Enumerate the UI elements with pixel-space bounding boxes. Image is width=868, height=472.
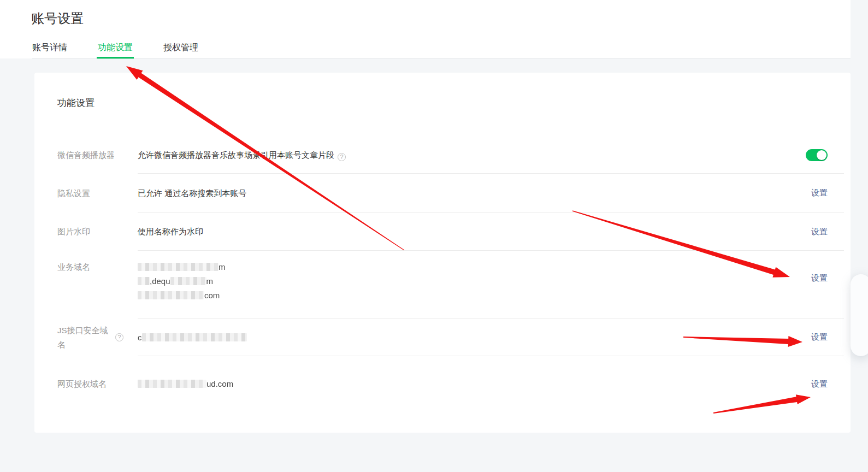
censored-text-fragment: ud.com xyxy=(206,379,233,388)
censored-text-fragment: com xyxy=(204,291,220,300)
help-icon[interactable]: ? xyxy=(338,153,346,161)
page-title: 账号设置 xyxy=(31,10,84,27)
masked-domain: ud.com xyxy=(138,377,233,391)
tab-account-details[interactable]: 账号详情 xyxy=(31,42,68,59)
section-title: 功能设置 xyxy=(57,97,851,110)
webauth-domain-setting-link[interactable]: 设置 xyxy=(811,379,828,388)
masked-domain: ,dequm xyxy=(138,274,226,288)
floating-widget[interactable] xyxy=(851,274,868,356)
privacy-setting-link[interactable]: 设置 xyxy=(811,188,828,197)
row-label: 微信音频播放器 xyxy=(57,148,138,162)
tab-auth-management[interactable]: 授权管理 xyxy=(162,42,199,59)
censored-text-fragment: m xyxy=(206,276,214,286)
row-wechat-audio-player: 微信音频播放器 允许微信音频播放器音乐故事场景引用本账号文章片段? xyxy=(34,137,851,174)
censored-text-fragment: c xyxy=(138,333,142,342)
tab-feature-settings[interactable]: 功能设置 xyxy=(97,42,134,59)
help-icon[interactable]: ? xyxy=(115,333,123,341)
censored-text-fragment: ,dequ xyxy=(150,276,170,286)
censored-block xyxy=(138,380,206,388)
row-text: 允许微信音频播放器音乐故事场景引用本账号文章片段 xyxy=(138,150,334,160)
censored-block xyxy=(138,291,204,299)
censored-block xyxy=(138,277,150,285)
row-text: 使用名称作为水印 xyxy=(138,225,203,239)
censored-block xyxy=(138,263,219,271)
censored-block xyxy=(142,333,247,341)
watermark-setting-link[interactable]: 设置 xyxy=(811,227,828,236)
toggle-knob xyxy=(817,150,826,160)
audio-player-toggle[interactable] xyxy=(806,149,828,161)
censored-block xyxy=(170,277,206,285)
page-header: 账号设置 账号详情 功能设置 授权管理 xyxy=(0,0,851,58)
masked-domain: com xyxy=(138,288,226,303)
business-domain-setting-link[interactable]: 设置 xyxy=(811,273,828,282)
row-label: JS接口安全域名? xyxy=(57,323,138,352)
masked-domain: c xyxy=(138,331,247,345)
row-privacy-settings: 隐私设置 已允许 通过名称搜索到本账号 设置 xyxy=(34,174,851,213)
row-js-safe-domain: JS接口安全域名? c 设置 xyxy=(34,318,851,356)
tab-bar: 账号详情 功能设置 授权管理 xyxy=(31,42,199,59)
row-text: 已允许 通过名称搜索到本账号 xyxy=(138,186,246,200)
row-image-watermark: 图片水印 使用名称作为水印 设置 xyxy=(34,213,851,251)
row-label: 业务域名 xyxy=(57,260,138,274)
row-label: 隐私设置 xyxy=(57,186,138,200)
censored-text-fragment: m xyxy=(219,262,226,272)
masked-domain: m xyxy=(138,260,226,274)
row-business-domain: 业务域名 m ,dequm com 设置 xyxy=(34,251,851,318)
row-label: 图片水印 xyxy=(57,225,138,239)
js-domain-setting-link[interactable]: 设置 xyxy=(811,332,828,341)
row-webauth-domain: 网页授权域名 ud.com 设置 xyxy=(34,356,851,412)
feature-settings-card: 功能设置 微信音频播放器 允许微信音频播放器音乐故事场景引用本账号文章片段? 隐… xyxy=(34,73,851,433)
row-label: 网页授权域名 xyxy=(57,377,138,391)
